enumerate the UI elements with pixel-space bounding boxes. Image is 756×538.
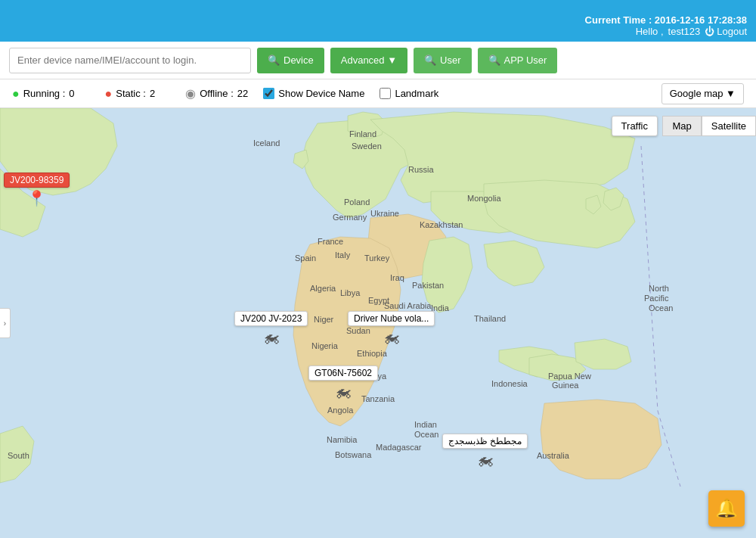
app-user-search-icon: 🔍 <box>488 54 500 66</box>
search-input[interactable] <box>9 48 251 73</box>
user-search-icon: 🔍 <box>424 54 436 66</box>
satellite-view-label: Satellite <box>711 120 746 132</box>
logout-button[interactable]: ⏻ Logout <box>705 26 747 37</box>
map-type-label: Google map ▼ <box>670 88 736 99</box>
static-status: ● Static : 2 <box>105 87 156 101</box>
hello-label: Hello , <box>636 26 664 37</box>
bike-icon-arabic: 🏍 <box>442 450 528 470</box>
device-label-driver-nube: Driver Nube vola... <box>348 311 435 326</box>
traffic-label: Traffic <box>621 120 648 132</box>
static-label: Static : <box>116 88 146 99</box>
device-marker-arabic[interactable]: مجططخ ظذبسجدج 🏍 <box>442 434 528 470</box>
header: Current Time : 2016-12-16 17:28:38 Hello… <box>0 0 756 42</box>
logout-label: Logout <box>717 26 747 37</box>
map-container[interactable]: Iceland Finland Sweden Russia Poland Ger… <box>0 108 756 538</box>
static-count: 2 <box>150 88 155 99</box>
offline-status: ◉ Offline : 22 <box>185 86 248 101</box>
bike-icon-gt06n: 🏍 <box>308 382 378 402</box>
map-view-button[interactable]: Map <box>662 116 701 136</box>
user-button[interactable]: 🔍 User <box>414 48 471 73</box>
sidebar-collapse-button[interactable]: › <box>0 308 11 338</box>
show-device-name-label: Show Device Name <box>278 88 364 99</box>
current-time-value: 2016-12-16 17:28:38 <box>655 14 747 26</box>
satellite-view-button[interactable]: Satellite <box>702 116 756 136</box>
running-count: 0 <box>69 88 74 99</box>
map-type-button[interactable]: Google map ▼ <box>662 83 744 104</box>
current-time-label: Current Time <box>585 14 646 26</box>
device-label-jv200-98359: JV200-98359 <box>4 173 70 188</box>
offline-label: Offline : <box>200 88 234 99</box>
notification-bell-button[interactable]: 🔔 <box>708 490 745 527</box>
static-icon: ● <box>105 87 113 101</box>
running-label: Running : <box>23 88 66 99</box>
app-user-button[interactable]: 🔍 APP User <box>478 48 558 73</box>
device-label-jv2023: JV200 JV-2023 <box>234 311 308 326</box>
device-marker-jv200-98359[interactable]: JV200-98359 📍 <box>4 173 70 207</box>
map-satellite-toggle: Map Satellite <box>662 116 756 136</box>
search-icon: 🔍 <box>268 54 280 66</box>
device-marker-driver-nube[interactable]: Driver Nube vola... 🏍 <box>348 311 435 347</box>
offline-count: 22 <box>237 88 248 99</box>
bike-icon-jv2023: 🏍 <box>234 328 308 347</box>
chevron-right-icon: › <box>4 319 6 328</box>
device-btn-label: Device <box>284 54 314 66</box>
user-row: Hello , test123 ⏻ Logout <box>636 26 747 37</box>
current-time: Current Time : 2016-12-16 17:28:38 <box>585 14 747 26</box>
landmark-label: Landmark <box>395 88 438 99</box>
current-time-separator: : <box>649 14 655 26</box>
map-view-label: Map <box>672 120 691 132</box>
device-button[interactable]: 🔍 Device <box>257 48 324 73</box>
device-marker-gt06n[interactable]: GT06N-75602 🏍 <box>308 365 378 402</box>
offline-icon: ◉ <box>185 86 196 101</box>
landmark-checkbox[interactable] <box>380 88 391 99</box>
traffic-button[interactable]: Traffic <box>612 116 658 136</box>
landmark-toggle[interactable]: Landmark <box>380 88 438 99</box>
bell-icon: 🔔 <box>715 498 738 519</box>
device-label-gt06n: GT06N-75602 <box>308 365 378 381</box>
device-marker-jv200-jv2023[interactable]: JV200 JV-2023 🏍 <box>234 311 308 347</box>
running-status: ● Running : 0 <box>12 87 75 101</box>
user-btn-label: User <box>440 54 460 66</box>
advanced-btn-label: Advanced ▼ <box>341 54 397 66</box>
show-device-name-toggle[interactable]: Show Device Name <box>263 88 364 99</box>
username: test123 <box>668 26 701 37</box>
app-user-btn-label: APP User <box>504 54 547 66</box>
toolbar: 🔍 Device Advanced ▼ 🔍 User 🔍 APP User <box>0 42 756 79</box>
logout-icon: ⏻ <box>705 26 714 37</box>
device-label-arabic: مجططخ ظذبسجدج <box>442 434 528 449</box>
advanced-button[interactable]: Advanced ▼ <box>330 48 407 73</box>
pin-icon-jv200: 📍 <box>4 189 70 207</box>
running-icon: ● <box>12 87 20 101</box>
show-device-name-checkbox[interactable] <box>263 88 274 99</box>
bike-icon-nube: 🏍 <box>348 328 435 347</box>
statusbar: ● Running : 0 ● Static : 2 ◉ Offline : 2… <box>0 79 756 108</box>
